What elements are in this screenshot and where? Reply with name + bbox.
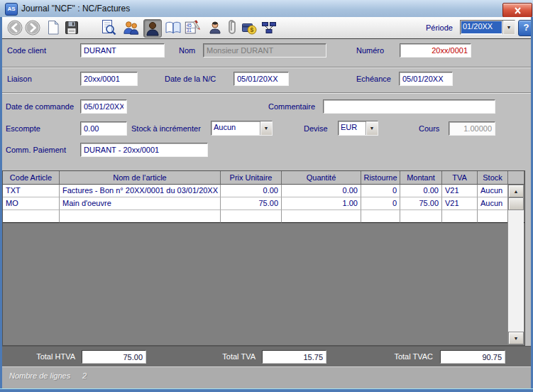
contact-icon [209,21,221,35]
column-header[interactable]: Montant [400,171,442,185]
numero-label: Numéro [356,43,384,58]
forward-button[interactable] [24,19,41,36]
cell-name[interactable]: Main d'oeuvre [60,197,221,210]
scroll-down-button[interactable]: ▼ [508,332,524,344]
close-button[interactable] [502,3,532,18]
column-header[interactable]: Nom de l'article [60,171,221,185]
liaison-input[interactable] [80,72,138,86]
planning-icon: 45 31 [184,19,201,36]
client-button[interactable] [143,19,162,38]
column-header[interactable]: Stock [478,171,508,185]
chevron-down-icon[interactable]: ▼ [502,21,515,34]
new-document-icon [45,20,61,36]
cell-code[interactable]: MO [3,197,60,210]
cell-tva[interactable]: V21 [442,185,478,197]
close-icon [514,7,522,14]
nom-input [203,43,326,58]
cell-ristourne[interactable]: 0 [361,197,400,210]
window-title: Journal "NCF" : NC/Factures [21,0,130,17]
date-commande-label: Date de commande [6,99,74,114]
cell-prix[interactable]: 75.00 [221,197,282,210]
total-tvac-label: Total TVAC [364,347,433,367]
devise-select[interactable]: EUR ▼ [338,121,378,136]
planning-button[interactable]: 45 31 [184,19,201,36]
stock-incrementer-value: Aucun [211,121,260,135]
save-button[interactable] [63,19,80,36]
title-bar[interactable]: AS Journal "NCF" : NC/Factures [0,0,533,18]
clients-list-button[interactable] [123,19,140,36]
line-count-label: Nombre de lignes [9,371,70,380]
cell-stock[interactable]: Aucun [478,185,508,197]
svg-text:$: $ [251,26,254,33]
cell-prix[interactable]: 0.00 [221,185,282,197]
back-icon [7,20,23,36]
cell-montant[interactable]: 75.00 [400,197,442,210]
total-tva-label: Total TVA [188,347,255,367]
echeance-input[interactable] [399,72,453,86]
svg-text:45: 45 [187,23,192,28]
period-select[interactable]: 01/20XX ▼ [460,20,515,35]
table-header: Code Article Nom de l'article Prix Unita… [3,171,524,185]
back-button[interactable] [6,19,23,36]
payment-icon: $ [241,20,258,36]
devise-label: Devise [304,121,328,136]
chevron-down-icon[interactable]: ▼ [366,121,378,135]
table-scrollbar[interactable]: ▲ ▼ [507,185,524,344]
links-button[interactable] [260,19,278,36]
numero-input[interactable] [400,43,471,58]
print-preview-button[interactable] [100,19,117,36]
column-header[interactable]: Code Article [3,171,60,185]
comm-paiement-input[interactable] [80,143,208,157]
cell-montant[interactable]: 0.00 [400,185,442,197]
code-client-input[interactable] [80,43,165,58]
nom-label: Nom [179,43,195,58]
contact-button[interactable] [207,19,224,36]
devise-value: EUR [339,121,366,135]
svg-text:31: 31 [187,28,192,33]
scroll-thumb[interactable] [508,197,524,210]
new-document-button[interactable] [45,19,62,36]
cell-stock[interactable]: Aucun [478,197,508,210]
window-border-bottom [0,388,533,392]
column-header[interactable]: Ristourne [361,171,400,185]
date-nc-input[interactable] [233,72,289,86]
table-row-empty[interactable] [3,210,524,223]
chevron-down-icon[interactable]: ▼ [260,121,272,135]
commentaire-label: Commentaire [268,99,315,114]
total-tva-value [262,350,326,364]
column-header[interactable]: TVA [442,171,478,185]
lines-table: Code Article Nom de l'article Prix Unita… [2,170,525,346]
cell-tva[interactable]: V21 [442,197,478,210]
comm-paiement-label: Comm. Paiement [6,143,66,157]
cell-quantite[interactable]: 1.00 [282,197,361,210]
save-icon [64,20,79,36]
separator [2,67,531,68]
payment-button[interactable]: $ [241,19,258,36]
stock-incrementer-label: Stock à incrémenter [131,121,201,136]
column-header[interactable]: Quantité [282,171,361,185]
table-row[interactable]: MO Main d'oeuvre 75.00 1.00 0 75.00 V21 … [3,197,524,210]
cell-ristourne[interactable]: 0 [361,185,400,197]
totals-bar: Total HTVA Total TVA Total TVAC [2,346,531,366]
cell-quantite[interactable]: 0.00 [282,185,361,197]
scroll-up-button[interactable]: ▲ [508,185,524,197]
table-row[interactable]: TXT Factures - Bon n° 20XX/0001 du 03/01… [3,185,524,197]
escompte-input[interactable] [80,121,127,136]
liaison-label: Liaison [7,72,32,86]
escompte-label: Escompte [6,121,40,136]
commentaire-input[interactable] [323,99,495,114]
window-border-left [0,17,2,392]
total-htva-label: Total HTVA [8,347,75,367]
cours-label: Cours [419,121,439,136]
separator [2,92,531,94]
column-header[interactable]: Prix Unitaire [221,171,282,185]
cell-name[interactable]: Factures - Bon n° 20XX/0001 du 03/01/20X… [60,185,221,197]
stock-incrementer-select[interactable]: Aucun ▼ [211,121,273,136]
clients-list-icon [123,19,140,36]
toolbar: 45 31 [2,17,531,39]
catalog-button[interactable] [165,19,182,36]
cell-code[interactable]: TXT [3,185,60,197]
date-commande-input[interactable] [80,99,127,114]
print-preview-icon [100,19,117,36]
attachment-button[interactable] [223,19,240,36]
